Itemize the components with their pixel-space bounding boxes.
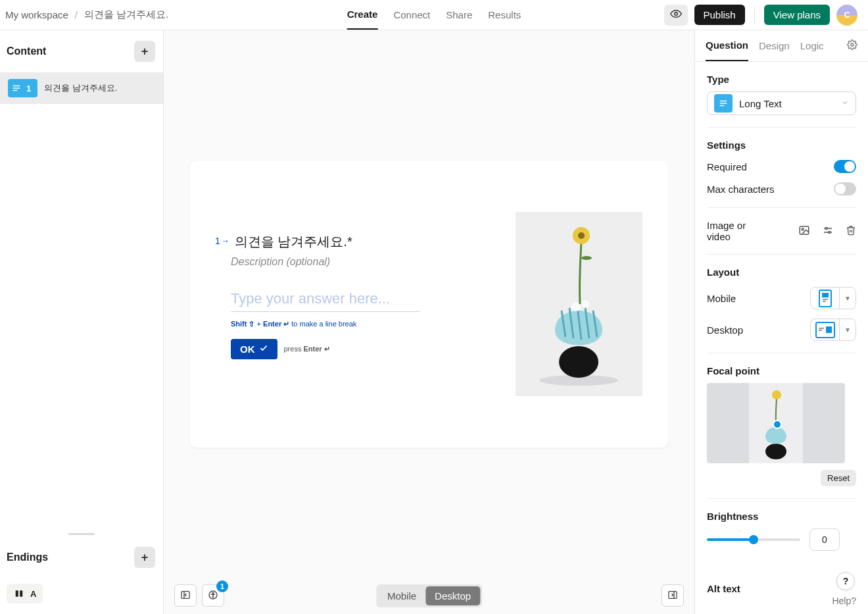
question-image[interactable] (516, 212, 642, 396)
image-settings-button[interactable] (822, 224, 834, 238)
right-panel-scroll[interactable]: Type Long Text Settings Required (695, 62, 868, 573)
answer-input[interactable]: Type your answer here... (231, 290, 420, 312)
svg-point-10 (581, 300, 589, 308)
ending-item[interactable]: A (7, 584, 43, 603)
sidebar-resize-handle[interactable] (0, 531, 163, 536)
hint-enter: Enter ↵ (263, 320, 289, 328)
tab-create[interactable]: Create (347, 0, 378, 30)
canvas-bottom-bar: 1 Mobile Desktop (164, 577, 694, 614)
layout-mobile-label: Mobile (707, 293, 736, 304)
tab-question[interactable]: Question (706, 30, 748, 61)
panel-settings-button[interactable] (847, 39, 857, 52)
content-header: Content + (0, 30, 163, 72)
required-toggle[interactable] (834, 160, 856, 173)
avatar[interactable]: C (836, 5, 857, 26)
tab-connect[interactable]: Connect (393, 0, 430, 30)
content-label: Content (7, 45, 46, 57)
required-label: Required (707, 161, 747, 172)
add-content-button[interactable]: + (134, 41, 155, 62)
focal-point-label: Focal point (707, 365, 856, 376)
endings-header: Endings + (0, 536, 163, 578)
svg-rect-31 (823, 299, 828, 300)
brightness-slider[interactable] (707, 538, 800, 541)
delete-image-button[interactable] (846, 225, 856, 238)
svg-point-17 (212, 592, 214, 594)
brightness-label: Brightness (707, 511, 856, 522)
ok-button[interactable]: OK (231, 339, 277, 359)
chevron-down-icon (841, 98, 849, 109)
question-description-input[interactable]: Description (optional) (231, 256, 464, 268)
maxchars-toggle[interactable] (834, 182, 856, 195)
maxchars-label: Max characters (707, 184, 775, 195)
question-number-label: 1 → (215, 236, 229, 246)
settings-label: Settings (707, 140, 856, 151)
view-plans-button[interactable]: View plans (764, 5, 830, 25)
hint-shift: Shift ⇧ (231, 320, 255, 328)
svg-rect-5 (20, 590, 22, 596)
gear-icon (847, 41, 857, 52)
tab-share[interactable]: Share (446, 0, 472, 30)
publish-button[interactable]: Publish (694, 5, 745, 25)
image-video-label: Image or video (707, 220, 760, 242)
hint-rest: to make a line break (289, 320, 356, 328)
svg-rect-30 (822, 293, 829, 297)
focal-reset-button[interactable]: Reset (821, 470, 856, 486)
panel-left-icon (180, 590, 191, 602)
tab-results[interactable]: Results (488, 0, 521, 30)
sliders-icon (822, 227, 834, 238)
content-list: 1 의견을 남겨주세요. (0, 72, 163, 531)
tab-logic[interactable]: Logic (800, 30, 824, 61)
content-item[interactable]: 1 의견을 남겨주세요. (0, 72, 163, 104)
svg-point-37 (765, 444, 786, 459)
question-number-text: 1 (215, 236, 220, 246)
image-icon (798, 227, 810, 238)
long-text-icon (12, 84, 21, 93)
plus-icon: + (141, 45, 149, 59)
collapse-left-button[interactable] (174, 584, 197, 607)
help-button[interactable]: ? (836, 572, 855, 590)
focal-point-picker[interactable] (707, 383, 845, 463)
layout-mobile-select[interactable]: ▾ (810, 287, 856, 309)
svg-point-13 (581, 256, 592, 260)
plus-icon: + (141, 551, 149, 565)
question-chip: 1 (8, 79, 37, 97)
type-select[interactable]: Long Text (707, 91, 856, 115)
right-panel-tabs: Question Design Logic (695, 30, 868, 62)
svg-point-29 (829, 231, 831, 233)
collapse-right-button[interactable] (662, 584, 684, 607)
right-panel-bottom: Alt text Help? ? (695, 573, 868, 614)
add-ending-button[interactable]: + (134, 547, 155, 568)
question-title-input[interactable]: 의견을 남겨주세요.* (235, 233, 352, 251)
svg-rect-4 (16, 590, 18, 596)
canvas: 1 → 의견을 남겨주세요.* Description (optional) T… (164, 30, 694, 614)
help-link[interactable]: Help? (832, 596, 856, 606)
arrow-right-icon: → (222, 236, 229, 245)
panel-right-icon (667, 590, 678, 602)
type-label: Type (707, 74, 856, 85)
ending-icon (13, 588, 25, 600)
form-title[interactable]: 의견을 남겨주세요. (84, 9, 168, 21)
device-toggle: Mobile Desktop (376, 584, 482, 607)
device-mobile[interactable]: Mobile (378, 586, 425, 605)
layout-desktop-select[interactable]: ▾ (810, 319, 856, 341)
tab-design[interactable]: Design (759, 30, 790, 61)
breadcrumb: My workspace / 의견을 남겨주세요. (5, 9, 168, 21)
ending-letter: A (30, 589, 36, 599)
chevron-down-icon: ▾ (840, 325, 856, 334)
accessibility-badge: 1 (216, 580, 228, 592)
image-button[interactable] (798, 224, 810, 238)
focal-point-handle[interactable] (773, 420, 782, 429)
svg-point-38 (772, 390, 781, 399)
svg-rect-32 (823, 301, 826, 302)
press-b: Enter ↵ (303, 345, 329, 353)
trash-icon (846, 226, 856, 238)
breadcrumb-sep: / (75, 9, 78, 20)
press-a: press (284, 345, 304, 353)
alt-text-label: Alt text (707, 583, 740, 594)
preview-button[interactable] (664, 5, 688, 26)
workspace-link[interactable]: My workspace (5, 9, 68, 20)
device-desktop[interactable]: Desktop (425, 586, 480, 605)
svg-rect-34 (819, 330, 822, 331)
brightness-value[interactable]: 0 (809, 528, 840, 551)
long-text-icon (714, 94, 733, 113)
